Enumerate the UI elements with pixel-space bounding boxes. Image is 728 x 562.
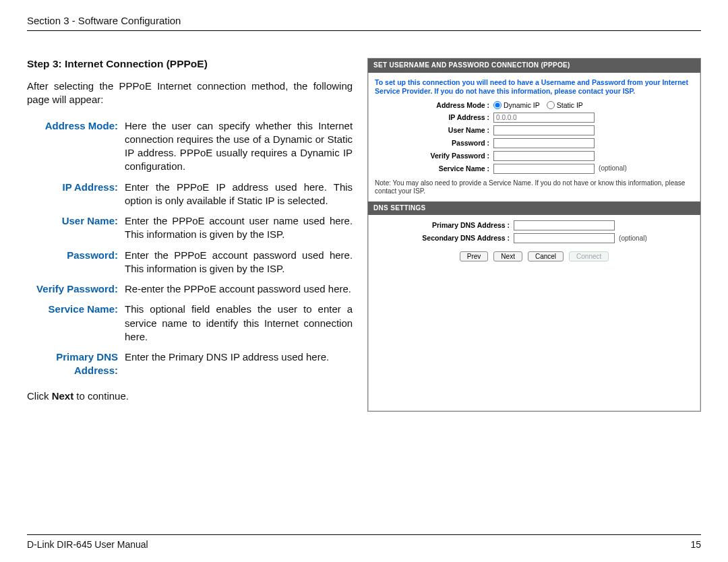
radio-static-ip[interactable]: Static IP [547,101,583,110]
def-text: Here the user can specify whether this I… [125,119,353,174]
def-text: Enter the PPPoE account password used he… [125,249,353,276]
panel-message: To set up this connection you will need … [368,73,700,100]
radio-dynamic-ip-input[interactable] [493,101,502,109]
definition-list: Address Mode: Here the user can specify … [27,119,353,378]
def-label: Service Name: [27,303,118,344]
label-ip-address: IP Address : [375,113,493,122]
def-text: Re-enter the PPPoE account password used… [125,282,353,296]
label-verify-password: Verify Password : [375,152,493,160]
connect-button[interactable]: Connect [569,251,609,261]
doc-left-column: Step 3: Internet Connection (PPPoE) Afte… [27,58,353,412]
def-label: Password: [27,249,118,276]
def-text: This optional field enables the user to … [125,303,353,344]
primary-dns-input[interactable] [514,220,615,230]
service-name-input[interactable] [493,164,595,174]
def-text: Enter the PPPoE account user name used h… [125,214,353,242]
password-input[interactable] [493,138,595,148]
cancel-button[interactable]: Cancel [528,251,564,261]
router-ui-screenshot: SET USERNAME AND PASSWORD CONNECTION (PP… [367,58,701,412]
def-label: User Name: [27,214,118,242]
def-text: Enter the PPPoE IP address used here. Th… [125,181,353,208]
section-header: Section 3 - Software Configuration [27,15,701,31]
verify-password-input[interactable] [493,151,595,161]
def-label: Primary DNS Address: [27,350,118,378]
panel-header-dns: DNS SETTINGS [368,201,700,216]
footer-manual-title: D-Link DIR-645 User Manual [27,539,148,550]
radio-static-ip-input[interactable] [547,101,555,109]
step-title: Step 3: Internet Connection (PPPoE) [27,58,353,70]
label-secondary-dns: Secondary DNS Address : [375,234,514,243]
panel-header-pppoe: SET USERNAME AND PASSWORD CONNECTION (PP… [368,59,700,73]
ip-address-input[interactable] [493,113,595,123]
optional-hint: (optional) [599,164,627,173]
prev-button[interactable]: Prev [460,251,489,261]
intro-text: After selecting the PPPoE Internet conne… [27,80,353,107]
radio-dynamic-ip[interactable]: Dynamic IP [493,101,540,110]
def-text: Enter the Primary DNS IP address used he… [125,350,353,378]
label-password: Password : [375,139,493,148]
label-service-name: Service Name : [375,164,493,173]
def-label: Verify Password: [27,282,118,296]
label-address-mode: Address Mode : [375,101,493,110]
service-name-note: Note: You may also need to provide a Ser… [368,175,700,201]
footer-page-number: 15 [690,539,701,550]
label-primary-dns: Primary DNS Address : [375,221,514,230]
optional-hint: (optional) [619,235,647,243]
secondary-dns-input[interactable] [514,233,615,243]
def-label: Address Mode: [27,119,118,174]
outro-text: Click Next to continue. [27,390,353,402]
def-label: IP Address: [27,181,118,208]
label-user-name: User Name : [375,126,493,135]
next-button[interactable]: Next [493,251,522,261]
user-name-input[interactable] [493,125,595,135]
